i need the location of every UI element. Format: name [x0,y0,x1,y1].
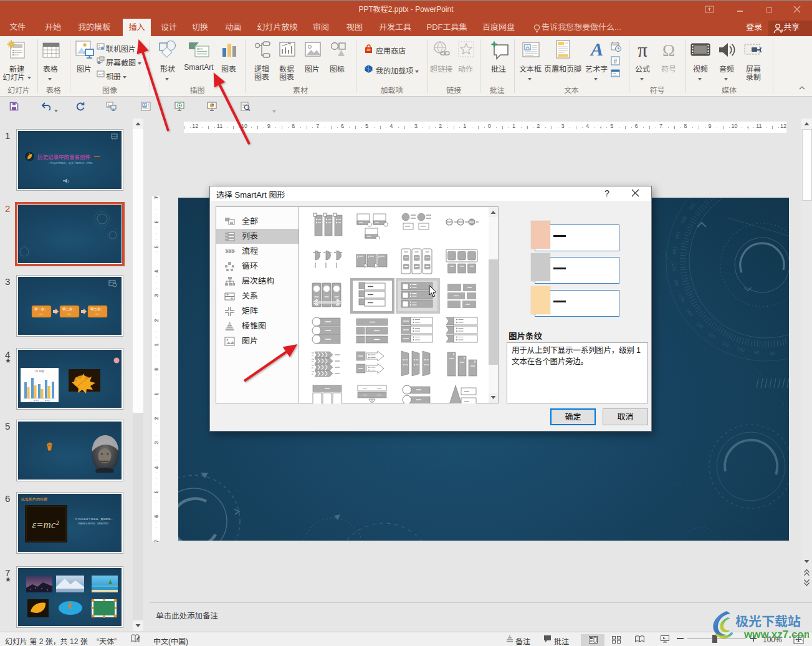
svg-text:www.xz7.com: www.xz7.com [743,629,809,640]
svg-text:极光下载站: 极光下载站 [735,611,801,630]
